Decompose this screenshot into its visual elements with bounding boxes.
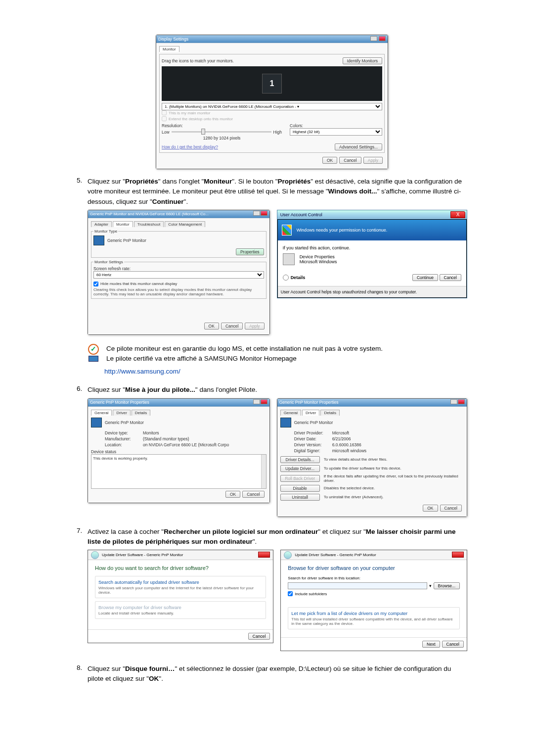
resolution-value: 1280 by 1024 pixels bbox=[162, 136, 282, 141]
shield-icon bbox=[282, 225, 292, 236]
step-number-7: 7. bbox=[77, 527, 88, 534]
uac-close-button[interactable]: X bbox=[450, 211, 465, 218]
step-7-text: Activez la case à cocher "Rechercher un … bbox=[88, 527, 467, 547]
step-8-text: Cliquez sur "Disque fourni…" et sélectio… bbox=[88, 664, 467, 684]
include-subfolders-checkbox[interactable] bbox=[288, 591, 293, 596]
close-button[interactable] bbox=[261, 211, 267, 216]
details-toggle[interactable]: Details bbox=[291, 275, 306, 280]
uac-footer: User Account Control helps stop unauthor… bbox=[278, 286, 466, 297]
monitor-icon bbox=[93, 236, 104, 245]
chevron-down-icon bbox=[283, 275, 289, 281]
cancel-button[interactable]: Cancel bbox=[440, 505, 462, 512]
tab-troubleshoot[interactable]: Troubleshoot bbox=[134, 221, 164, 227]
tab-driver[interactable]: Driver bbox=[113, 410, 130, 416]
step-5-text: Cliquez sur "Propriétés" dans l'onglet "… bbox=[88, 177, 467, 207]
close-button[interactable] bbox=[379, 36, 386, 41]
main-monitor-checkbox bbox=[162, 110, 167, 115]
continue-button[interactable]: Continue bbox=[412, 274, 438, 281]
cancel-button[interactable]: Cancel bbox=[221, 323, 243, 330]
close-button[interactable] bbox=[458, 399, 465, 404]
ok-button[interactable]: OK bbox=[322, 157, 337, 164]
update-driver-button[interactable]: Update Driver... bbox=[280, 465, 320, 472]
browse-button[interactable]: Browse... bbox=[434, 582, 460, 589]
samsung-link[interactable]: http://www.samsung.com/ bbox=[104, 368, 467, 375]
monitor-preview: 1 bbox=[162, 66, 382, 101]
close-button[interactable] bbox=[258, 552, 270, 558]
ok-button[interactable]: OK bbox=[204, 323, 219, 330]
next-button[interactable]: Next bbox=[422, 641, 440, 648]
monitor-icon bbox=[91, 418, 102, 427]
window-title: Generic PnP Monitor and NVIDIA GeForce 6… bbox=[90, 212, 209, 216]
rollback-driver-button: Roll Back Driver bbox=[280, 475, 320, 482]
ok-button[interactable]: OK bbox=[225, 491, 240, 498]
colors-select[interactable]: Highest (32 bit) bbox=[290, 128, 382, 136]
tab-details[interactable]: Details bbox=[132, 410, 150, 416]
step-6-text: Cliquez sur "Mise à jour du pilote..." d… bbox=[88, 385, 467, 395]
uac-dialog: User Account Control X Windows needs you… bbox=[277, 210, 467, 298]
window-controls bbox=[370, 36, 386, 42]
close-button[interactable] bbox=[452, 552, 464, 558]
uac-publisher: Microsoft Windows bbox=[300, 259, 337, 264]
disable-button[interactable]: Disable bbox=[280, 485, 320, 492]
update-driver-wizard-search: Update Driver Software - Generic PnP Mon… bbox=[88, 550, 273, 643]
help-link[interactable]: How do I get the best display? bbox=[162, 144, 218, 149]
colors-label: Colors: bbox=[290, 123, 382, 128]
close-button[interactable] bbox=[261, 399, 267, 404]
step-number-6: 6. bbox=[77, 385, 88, 392]
monitor-thumbnail[interactable]: 1 bbox=[262, 74, 282, 94]
driver-details-button[interactable]: Driver Details... bbox=[280, 456, 320, 463]
refresh-label: Screen refresh rate: bbox=[93, 266, 264, 271]
minimize-button[interactable] bbox=[370, 36, 377, 41]
resolution-label: Resolution: bbox=[162, 123, 282, 128]
uninstall-button[interactable]: Uninstall bbox=[280, 494, 320, 501]
drag-instruction: Drag the icons to match your monitors. bbox=[162, 58, 234, 63]
window-titlebar: Display Settings bbox=[156, 35, 388, 43]
tab-monitor[interactable]: Monitor bbox=[159, 46, 179, 52]
certified-note: Ce pilote moniteur est en garantie du lo… bbox=[106, 344, 383, 364]
tab-adapter[interactable]: Adapter bbox=[91, 221, 112, 227]
tab-color-management[interactable]: Color Management bbox=[165, 221, 205, 227]
cancel-button[interactable]: Cancel bbox=[242, 491, 264, 498]
uac-instruction: If you started this action, continue. bbox=[283, 245, 461, 250]
cancel-button[interactable]: Cancel bbox=[442, 641, 464, 648]
location-input[interactable] bbox=[288, 582, 427, 589]
apply-button[interactable]: Apply bbox=[245, 323, 264, 330]
hide-modes-description: Clearing this check box allows you to se… bbox=[93, 287, 264, 296]
monitor-selector[interactable]: 1. (Multiple Monitors) on NVIDIA GeForce… bbox=[162, 103, 382, 110]
tab-driver[interactable]: Driver bbox=[302, 410, 319, 416]
monitor-advanced-window: Generic PnP Monitor and NVIDIA GeForce 6… bbox=[88, 210, 270, 335]
advanced-settings-button[interactable]: Advanced Settings... bbox=[335, 143, 382, 150]
resolution-slider[interactable] bbox=[201, 129, 205, 135]
back-button[interactable] bbox=[91, 551, 99, 559]
cancel-button[interactable]: Cancel bbox=[248, 633, 270, 640]
cancel-button[interactable]: Cancel bbox=[440, 274, 461, 281]
certified-shield-icon: ✓ bbox=[86, 344, 101, 360]
display-settings-window: Display Settings Monitor Drag the icons … bbox=[156, 35, 388, 169]
ok-button[interactable]: OK bbox=[423, 505, 438, 512]
tab-monitor[interactable]: Monitor bbox=[113, 221, 133, 227]
step-number-5: 5. bbox=[77, 177, 88, 184]
option-browse[interactable]: Browse my computer for driver software L… bbox=[95, 601, 266, 619]
hide-modes-checkbox[interactable] bbox=[93, 282, 98, 286]
tab-details[interactable]: Details bbox=[320, 410, 339, 416]
monitor-icon bbox=[280, 418, 291, 427]
update-driver-wizard-browse: Update Driver Software - Generic PnP Mon… bbox=[280, 550, 467, 651]
wizard-heading: How do you want to search for driver sof… bbox=[95, 565, 266, 571]
identify-monitors-button[interactable]: Identify Monitors bbox=[343, 57, 382, 64]
properties-button[interactable]: Properties bbox=[236, 248, 264, 255]
option-auto-search[interactable]: Search automatically for updated driver … bbox=[95, 576, 266, 598]
tab-general[interactable]: General bbox=[91, 410, 112, 416]
monitor-preview-group: Drag the icons to match your monitors. I… bbox=[159, 54, 385, 153]
refresh-rate-select[interactable]: 60 Hertz bbox=[93, 271, 264, 279]
program-icon bbox=[283, 253, 295, 265]
back-button[interactable] bbox=[284, 551, 292, 559]
uac-heading: Windows needs your permission to contion… bbox=[297, 228, 388, 233]
option-pick-from-list[interactable]: Let me pick from a list of device driver… bbox=[288, 607, 460, 629]
tab-general[interactable]: General bbox=[280, 410, 301, 416]
cancel-button[interactable]: Cancel bbox=[339, 157, 361, 164]
device-status-box: This device is working properly. bbox=[91, 454, 267, 489]
apply-button[interactable]: Apply bbox=[363, 157, 383, 164]
step-number-8: 8. bbox=[77, 664, 88, 671]
monitor-properties-driver: Generic PnP Monitor Properties General D… bbox=[277, 398, 467, 517]
uac-program-name: Device Properties bbox=[300, 254, 337, 259]
